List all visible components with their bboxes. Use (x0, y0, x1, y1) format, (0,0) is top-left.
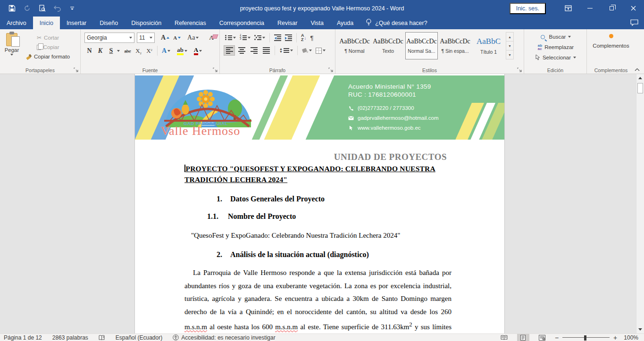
zoom-level[interactable]: 100% (624, 334, 638, 341)
sort-button[interactable]: AZ↓ (300, 33, 308, 43)
group-label-estilos: Estilos (335, 67, 524, 73)
tab-vista[interactable]: Vista (304, 17, 330, 29)
scroll-down-button[interactable] (636, 325, 644, 333)
font-color-button[interactable]: A (192, 45, 203, 56)
paste-button[interactable]: Pegar (2, 31, 22, 66)
document-page[interactable]: GAD PARROQUIAL Valle Hermoso Acuerdo Min… (134, 74, 505, 333)
tab-insertar[interactable]: Insertar (60, 17, 93, 29)
style-normal[interactable]: AaBbCcDc ¶ Normal (338, 32, 371, 59)
increase-indent-icon (285, 34, 292, 41)
font-size-combobox[interactable]: 11 (137, 33, 155, 43)
sign-in-button[interactable]: Inic. ses. (510, 3, 546, 14)
clear-formatting-button[interactable]: A (208, 33, 215, 42)
change-case-button[interactable]: Aa (186, 33, 200, 42)
style-sin-espaciado[interactable]: AaBbCcDc ¶ Sin espa... (439, 32, 471, 59)
zoom-in-button[interactable]: + (613, 335, 617, 340)
group-label-complementos: Complementos (587, 67, 635, 73)
decrease-indent-button[interactable] (273, 33, 283, 42)
tab-inicio[interactable]: Inicio (33, 17, 60, 29)
text-highlight-button[interactable]: ab (176, 45, 189, 56)
numbering-button[interactable] (238, 34, 252, 41)
logo-org-name: Valle Hermoso (161, 126, 260, 136)
underline-options-chevron[interactable] (117, 50, 120, 52)
subscript-button[interactable]: X2 (134, 46, 143, 56)
underline-button[interactable]: S (106, 46, 116, 56)
group-label-edicion: Edición (524, 67, 586, 73)
borders-button[interactable] (314, 47, 327, 55)
print-layout-button[interactable] (517, 334, 529, 341)
tell-me-box[interactable]: ¿Qué desea hacer? (360, 17, 433, 29)
grow-font-button[interactable]: A (159, 33, 171, 42)
dialog-launcher-portapapeles[interactable] (74, 67, 79, 73)
font-name-combobox[interactable]: Georgia (84, 33, 134, 43)
dialog-launcher-fuente[interactable] (213, 67, 218, 73)
collapse-ribbon-button[interactable] (634, 67, 640, 72)
bullets-button[interactable] (224, 34, 237, 41)
justify-button[interactable] (260, 45, 272, 56)
align-right-button[interactable] (248, 45, 259, 56)
zoom-slider-thumb[interactable] (584, 335, 586, 341)
document-content[interactable]: UNIDAD DE PROYECTOS PROYECTO "QUESOFEST … (135, 152, 504, 333)
page-indicator[interactable]: Página 1 de 12 (4, 334, 42, 341)
superscript-button[interactable]: X2 (144, 46, 154, 56)
multilevel-list-button[interactable] (253, 34, 267, 41)
body-paragraph: La Parroquia de Valle Hermoso responde a… (184, 266, 452, 333)
increase-indent-button[interactable] (284, 33, 293, 42)
dialog-launcher-parrafo[interactable] (328, 67, 334, 73)
accessibility-status[interactable]: Accesibilidad: es necesario investigar (173, 334, 275, 341)
text-effects-button[interactable]: A (160, 46, 172, 56)
read-mode-button[interactable] (498, 334, 510, 341)
style-titulo-1[interactable]: AaBbC Título 1 (472, 32, 505, 59)
web-layout-button[interactable] (536, 334, 548, 341)
language-indicator[interactable]: Español (Ecuador) (116, 334, 162, 341)
customize-qat-icon[interactable] (68, 4, 76, 13)
scroll-up-button[interactable] (636, 74, 644, 82)
tab-disposicion[interactable]: Disposición (125, 17, 168, 29)
replace-button[interactable]: abac Reemplazar (530, 43, 582, 51)
line-spacing-button[interactable]: ▲▼ (278, 47, 294, 54)
close-button[interactable] (622, 0, 644, 17)
align-center-button[interactable] (236, 45, 247, 56)
zoom-slider[interactable] (562, 335, 610, 341)
select-button[interactable]: Seleccionar (530, 54, 582, 61)
select-cursor-icon (535, 54, 540, 61)
scrollbar-thumb[interactable] (637, 83, 643, 93)
tab-diseno[interactable]: Diseño (93, 17, 125, 29)
logo-text: GAD PARROQUIAL Valle Hermoso (161, 121, 260, 136)
styles-more-button[interactable]: ▼ (506, 50, 513, 59)
zoom-out-button[interactable]: − (555, 335, 559, 340)
styles-scroll-up[interactable]: ▲ (506, 33, 513, 42)
strikethrough-button[interactable]: abc (123, 46, 133, 56)
word-count[interactable]: 2863 palabras (52, 334, 88, 341)
tab-correspondencia[interactable]: Correspondencia (213, 17, 271, 29)
shading-icon (302, 48, 308, 53)
group-estilos: AaBbCcDc ¶ Normal AaBbCcDc Texto AaBbCcD… (335, 29, 524, 74)
minimize-button[interactable] (579, 0, 601, 17)
tab-archivo[interactable]: Archivo (0, 17, 33, 29)
tab-referencias[interactable]: Referencias (168, 17, 213, 29)
format-painter-button[interactable]: Copiar formato (25, 53, 71, 60)
italic-button[interactable]: K (95, 46, 105, 56)
heading-1-1: 1.1.Nombre del Proyecto (184, 212, 452, 221)
save-icon[interactable] (8, 4, 16, 13)
vertical-scrollbar[interactable] (636, 74, 644, 333)
bold-button[interactable]: N (84, 46, 94, 56)
proofing-status[interactable] (99, 335, 105, 341)
tab-revisar[interactable]: Revisar (271, 17, 304, 29)
feedback-comment-icon[interactable] (630, 19, 638, 27)
shading-button[interactable] (301, 47, 313, 54)
restore-button[interactable] (601, 0, 622, 17)
style-normal-sa[interactable]: AaBbCcDc Normal Sa... (405, 32, 438, 59)
style-texto[interactable]: AaBbCcDc Texto (372, 32, 404, 59)
find-button[interactable]: Buscar (530, 33, 582, 41)
group-portapapeles: Pegar ✂ Cortar Copiar Copiar formato Por… (0, 29, 80, 74)
show-marks-button[interactable]: ¶ (309, 33, 315, 42)
dialog-launcher-estilos[interactable] (517, 67, 522, 73)
tab-ayuda[interactable]: Ayuda (330, 17, 360, 29)
addins-button[interactable]: Complementos (589, 31, 633, 49)
shrink-font-button[interactable]: A (172, 34, 182, 42)
styles-scroll-down[interactable]: ▼ (506, 42, 513, 50)
align-left-button[interactable] (224, 45, 235, 56)
ribbon-display-options-icon[interactable] (557, 0, 579, 17)
print-preview-icon[interactable] (38, 4, 46, 13)
